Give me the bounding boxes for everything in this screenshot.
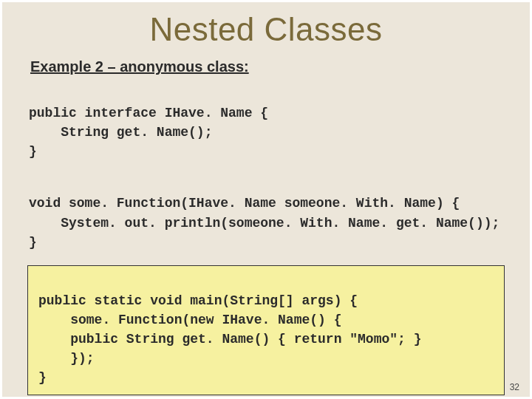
- example-subtitle: Example 2 – anonymous class:: [30, 58, 506, 75]
- code-block-function: void some. Function(IHave. Name someone.…: [29, 174, 506, 251]
- code-block-main: public static void main(String[] args) {…: [38, 272, 497, 388]
- code-line: void some. Function(IHave. Name someone.…: [29, 196, 460, 211]
- code-line: public String get. Name() { return "Momo…: [38, 332, 421, 347]
- code-line: public interface IHave. Name {: [29, 106, 268, 120]
- highlighted-code-box: public static void main(String[] args) {…: [27, 265, 505, 396]
- code-block-interface: public interface IHave. Name { String ge…: [29, 84, 506, 161]
- page-title: Nested Classes: [26, 11, 506, 48]
- code-line: some. Function(new IHave. Name() {: [38, 313, 341, 327]
- code-line: System. out. println(someone. With. Name…: [29, 216, 499, 231]
- code-line: }: [29, 235, 37, 250]
- code-line: public static void main(String[] args) {: [38, 293, 358, 308]
- code-line: }: [29, 144, 37, 159]
- code-line: String get. Name();: [29, 125, 212, 140]
- page-number: 32: [510, 382, 519, 392]
- code-line: }: [38, 370, 47, 385]
- code-line: });: [38, 351, 95, 366]
- slide: Nested Classes Example 2 – anonymous cla…: [0, 0, 532, 399]
